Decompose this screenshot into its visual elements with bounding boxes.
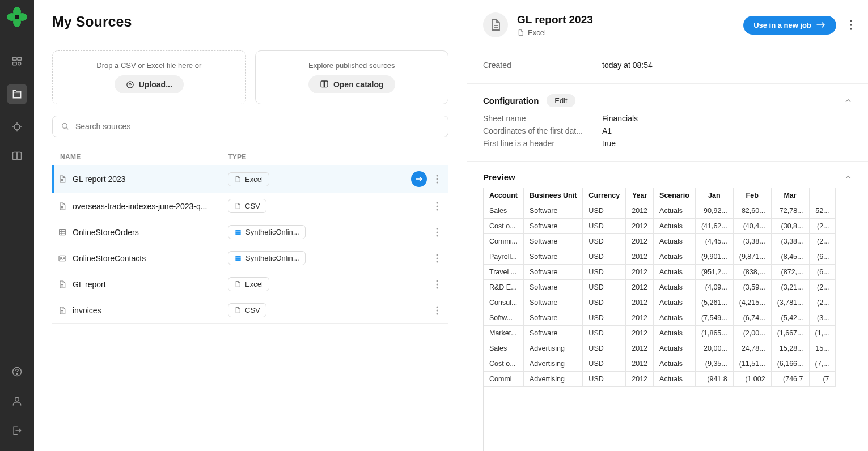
preview-cell: (3,59... (733, 280, 771, 295)
search-input[interactable] (75, 122, 440, 131)
config-value: Financials (602, 114, 638, 123)
source-row[interactable]: overseas-trade-indexes-june-2023-q... CS… (52, 193, 448, 219)
preview-cell: Actuals (654, 219, 696, 234)
source-row[interactable]: OnlineStoreContacts SyntheticOnlin... (52, 245, 448, 271)
preview-table-scroll[interactable]: AccountBusinees UnitCurrencyYearScenario… (483, 188, 868, 451)
svg-rect-47 (235, 256, 240, 260)
nav-catalog-icon[interactable] (10, 150, 24, 163)
svg-point-57 (437, 287, 438, 288)
config-value: true (602, 139, 616, 148)
nav-targets-icon[interactable] (10, 120, 24, 134)
svg-point-61 (437, 309, 438, 311)
preview-row: Market...SoftwareUSD2012Actuals(1,865...… (484, 326, 835, 341)
user-icon[interactable] (10, 394, 24, 408)
source-row[interactable]: invoices CSV (52, 297, 448, 324)
source-row[interactable]: GL report Excel (52, 271, 448, 297)
svg-point-31 (437, 205, 438, 207)
source-more-button[interactable] (431, 202, 443, 211)
source-more-button[interactable] (431, 306, 443, 315)
open-source-button[interactable] (411, 171, 427, 187)
source-row[interactable]: GL report 2023 Excel (52, 165, 448, 193)
preview-cell: (746 7 (771, 372, 809, 387)
use-in-new-job-button[interactable]: Use in a new job (743, 16, 836, 35)
svg-point-10 (14, 124, 20, 130)
edit-configuration-button[interactable]: Edit (547, 94, 575, 107)
source-more-button[interactable] (431, 228, 443, 237)
preview-cell: USD (583, 203, 626, 219)
preview-cell: (6,74... (733, 310, 771, 326)
svg-point-8 (18, 62, 21, 65)
source-more-button[interactable] (431, 254, 443, 263)
upload-button[interactable]: Upload... (115, 75, 184, 93)
source-more-button[interactable] (431, 280, 443, 289)
source-type: CSV (228, 303, 431, 317)
preview-cell: (9,35... (695, 356, 733, 372)
preview-cell: 90,92... (695, 203, 733, 219)
created-value: today at 08:54 (602, 61, 653, 70)
preview-cell: 52... (809, 203, 835, 219)
column-type-header: TYPE (228, 153, 443, 161)
preview-cell: USD (583, 356, 626, 372)
preview-column-header (809, 188, 835, 203)
preview-cell: USD (583, 219, 626, 234)
preview-cell: (11,51... (733, 356, 771, 372)
svg-rect-6 (18, 57, 22, 60)
svg-point-16 (16, 373, 17, 374)
preview-cell: Software (524, 295, 583, 310)
open-catalog-button[interactable]: Open catalog (308, 75, 395, 93)
svg-point-32 (437, 209, 438, 210)
svg-point-51 (437, 257, 438, 259)
svg-point-67 (850, 24, 852, 25)
preview-row: Commi...SoftwareUSD2012Actuals(4,45...(3… (484, 234, 835, 249)
upload-dropzone[interactable]: Drop a CSV or Excel file here or Upload.… (52, 50, 246, 104)
svg-point-20 (62, 124, 67, 129)
source-name: GL report (58, 280, 228, 289)
nav-sources-icon[interactable] (7, 84, 27, 104)
catalog-hint: Explore published sources (308, 61, 395, 70)
preview-cell: 20,00... (695, 341, 733, 356)
preview-cell: (2... (809, 234, 835, 249)
source-row[interactable]: OnlineStoreOrders SyntheticOnlin... (52, 219, 448, 245)
preview-cell: USD (583, 326, 626, 341)
collapse-preview-icon[interactable] (844, 173, 852, 181)
sidebar (0, 0, 34, 451)
preview-cell: (838,... (733, 265, 771, 280)
preview-cell: Actuals (654, 372, 696, 387)
collapse-configuration-icon[interactable] (844, 97, 852, 105)
preview-cell: (2... (809, 219, 835, 234)
type-chip: SyntheticOnlin... (228, 251, 306, 265)
source-name: overseas-trade-indexes-june-2023-q... (58, 202, 228, 211)
preview-column-header: Businees Unit (524, 188, 583, 203)
preview-cell: (9,901... (695, 249, 733, 265)
preview-cell: (3,781... (771, 295, 809, 310)
preview-column-header: Jan (695, 188, 733, 203)
detail-panel: GL report 2023 Excel Use in a new job Cr… (467, 0, 868, 451)
preview-cell: (2... (809, 295, 835, 310)
preview-cell: 2012 (626, 234, 654, 249)
detail-file-icon (483, 12, 508, 37)
preview-cell: Actuals (654, 356, 696, 372)
help-icon[interactable] (10, 365, 24, 378)
svg-point-60 (437, 306, 438, 308)
preview-cell: Software (524, 310, 583, 326)
source-type: SyntheticOnlin... (228, 225, 431, 239)
table-header: NAME TYPE (52, 148, 448, 165)
config-label: First line is a header (483, 139, 602, 148)
preview-cell: Advertising (524, 372, 583, 387)
preview-column-header: Currency (583, 188, 626, 203)
nav-jobs-icon[interactable] (10, 54, 24, 68)
svg-point-26 (437, 178, 438, 180)
logout-icon[interactable] (10, 424, 24, 437)
detail-more-button[interactable] (850, 20, 852, 30)
search-box[interactable] (52, 116, 448, 137)
preview-cell: 2012 (626, 295, 654, 310)
source-list: GL report 2023 Excel overseas-trade-inde… (52, 165, 448, 324)
svg-point-52 (437, 261, 438, 262)
preview-cell: Travel ... (484, 265, 524, 280)
preview-row: Cost o...SoftwareUSD2012Actuals(41,62...… (484, 219, 835, 234)
type-chip: SyntheticOnlin... (228, 225, 306, 239)
source-more-button[interactable] (431, 175, 443, 184)
source-name: OnlineStoreContacts (58, 254, 228, 263)
preview-cell: 15,28... (771, 341, 809, 356)
preview-cell: Actuals (654, 265, 696, 280)
